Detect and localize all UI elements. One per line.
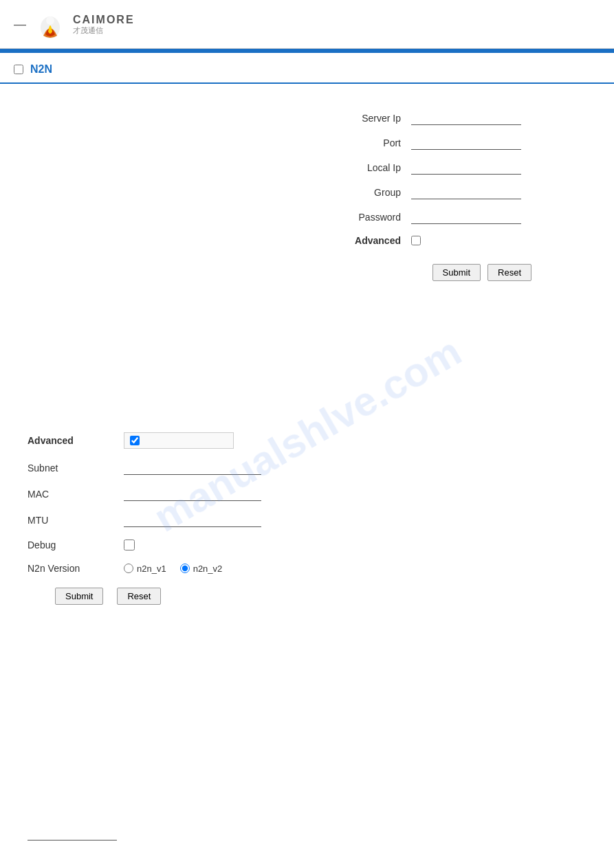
- subnet-row: Subnet: [28, 461, 586, 475]
- n2n-version-label: N2n Version: [28, 563, 124, 574]
- server-ip-label: Server Ip: [311, 113, 401, 124]
- local-ip-label: Local Ip: [311, 162, 401, 173]
- radio-option-v1: n2n_v1: [124, 564, 166, 574]
- advanced-checkbox-container: [124, 432, 234, 449]
- svg-point-1: [46, 16, 54, 25]
- radio-v2[interactable]: [180, 564, 190, 573]
- form-row-port: Port: [311, 136, 531, 150]
- bottom-buttons-row: Submit Reset: [28, 588, 586, 605]
- bottom-submit-button[interactable]: Submit: [55, 588, 103, 605]
- top-buttons-row: Submit Reset: [28, 264, 586, 281]
- port-input[interactable]: [411, 136, 521, 150]
- advanced-row: Advanced: [28, 432, 586, 449]
- mtu-input[interactable]: [124, 513, 261, 527]
- spacer: [28, 288, 586, 412]
- form-row-advanced-top: Advanced: [311, 235, 531, 246]
- section-header: N2N: [0, 56, 614, 84]
- mac-input[interactable]: [124, 487, 261, 501]
- section-title: N2N: [30, 63, 52, 76]
- radio-v1[interactable]: [124, 564, 133, 573]
- password-label: Password: [311, 212, 401, 223]
- mac-row: MAC: [28, 487, 586, 501]
- radio-v1-label: n2n_v1: [137, 564, 166, 574]
- top-submit-button[interactable]: Submit: [432, 264, 481, 281]
- logo-area: CAIMORE 才茂通信: [33, 7, 135, 41]
- logo-image: [33, 7, 67, 41]
- radio-option-v2: n2n_v2: [180, 564, 223, 574]
- debug-checkbox[interactable]: [124, 539, 135, 550]
- advanced-checkbox[interactable]: [130, 436, 140, 445]
- header: — CAIMORE 才茂通信: [0, 0, 614, 49]
- form-row-group: Group: [311, 186, 531, 199]
- server-ip-input[interactable]: [411, 111, 521, 125]
- debug-label: Debug: [28, 539, 124, 550]
- n2n-enable-checkbox[interactable]: [14, 65, 23, 74]
- debug-row: Debug: [28, 539, 586, 550]
- port-label: Port: [311, 137, 401, 148]
- subnet-input[interactable]: [124, 461, 261, 475]
- form-row-password: Password: [311, 210, 531, 224]
- mtu-label: MTU: [28, 515, 124, 526]
- advanced-label: Advanced: [28, 435, 124, 446]
- top-reset-button[interactable]: Reset: [487, 264, 531, 281]
- group-label: Group: [311, 187, 401, 198]
- radio-v2-label: n2n_v2: [193, 564, 223, 574]
- password-input[interactable]: [411, 210, 521, 224]
- bottom-reset-button[interactable]: Reset: [117, 588, 161, 605]
- advanced-top-checkbox[interactable]: [411, 236, 421, 245]
- main-content: Server Ip Port Local Ip Group Password A…: [0, 84, 614, 425]
- advanced-section: Advanced Subnet MAC MTU Debug N2n Versio…: [0, 432, 614, 605]
- advanced-top-label: Advanced: [311, 235, 401, 246]
- form-row-server-ip: Server Ip: [311, 111, 531, 125]
- footer-line: [28, 840, 117, 841]
- subnet-label: Subnet: [28, 463, 124, 474]
- group-input[interactable]: [411, 186, 521, 199]
- n2n-version-radio-group: n2n_v1 n2n_v2: [124, 564, 222, 574]
- mac-label: MAC: [28, 489, 124, 500]
- mtu-row: MTU: [28, 513, 586, 527]
- logo-text: CAIMORE 才茂通信: [73, 13, 135, 35]
- local-ip-input[interactable]: [411, 161, 521, 175]
- form-row-local-ip: Local Ip: [311, 161, 531, 175]
- blue-bar: [0, 49, 614, 53]
- top-form: Server Ip Port Local Ip Group Password A…: [28, 111, 586, 257]
- n2n-version-row: N2n Version n2n_v1 n2n_v2: [28, 563, 586, 574]
- minimize-icon[interactable]: —: [14, 17, 26, 32]
